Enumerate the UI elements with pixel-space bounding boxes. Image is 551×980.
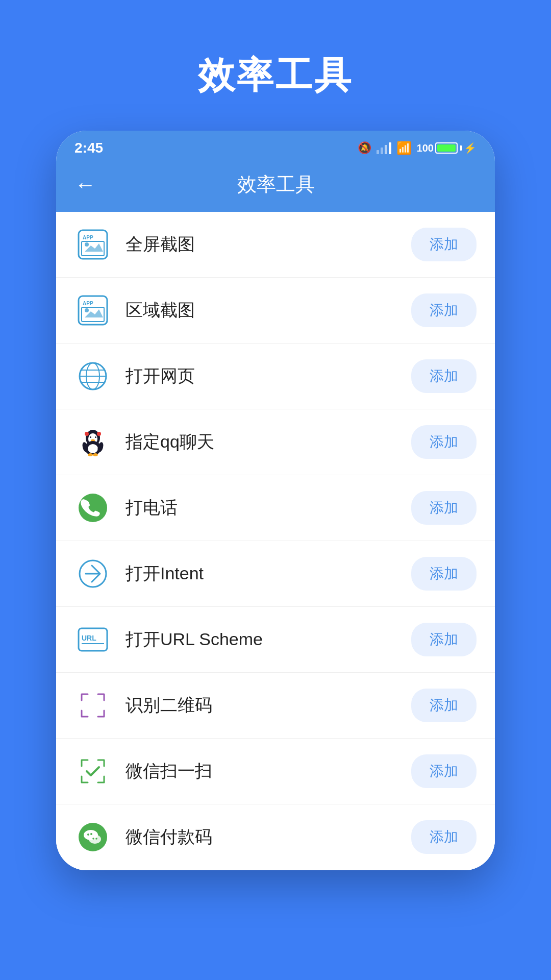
wifi-icon: 📶	[396, 141, 412, 155]
status-bar: 2:45 🔕 📶 100 ⚡	[56, 131, 495, 161]
svg-text:URL: URL	[82, 634, 96, 642]
open-intent-add-button[interactable]: 添加	[411, 557, 477, 591]
svg-point-23	[88, 444, 98, 453]
charging-icon: ⚡	[464, 142, 477, 154]
content-list: APP 全屏截图 添加 APP 区域截图 添加	[56, 212, 495, 870]
list-item: 识别二维码 添加	[56, 673, 495, 739]
battery-level: 100	[417, 142, 434, 154]
svg-point-19	[90, 436, 91, 438]
svg-point-42	[95, 838, 97, 840]
svg-point-38	[89, 835, 101, 844]
list-item: 打开Intent 添加	[56, 541, 495, 607]
qrcode-add-button[interactable]: 添加	[411, 689, 477, 722]
mute-icon: 🔕	[358, 141, 371, 155]
list-item: 指定qq聊天 添加	[56, 409, 495, 475]
url-scheme-label: 打开URL Scheme	[126, 628, 397, 651]
open-webpage-add-button[interactable]: 添加	[411, 359, 477, 393]
status-icons: 🔕 📶 100 ⚡	[358, 141, 477, 155]
svg-point-4	[85, 242, 89, 247]
list-item: 打电话 添加	[56, 475, 495, 541]
phone-call-label: 打电话	[126, 496, 397, 520]
url-scheme-add-button[interactable]: 添加	[411, 623, 477, 656]
wechat-scan-add-button[interactable]: 添加	[411, 754, 477, 788]
wechat-pay-label: 微信付款码	[126, 825, 397, 849]
open-webpage-label: 打开网页	[126, 364, 397, 388]
status-time: 2:45	[74, 140, 103, 156]
url-scheme-icon: URL	[74, 621, 111, 658]
open-webpage-icon	[74, 358, 111, 395]
svg-text:APP: APP	[83, 235, 93, 240]
list-item: APP 区域截图 添加	[56, 278, 495, 344]
area-screenshot-icon: APP	[74, 292, 111, 329]
area-screenshot-label: 区域截图	[126, 299, 397, 322]
svg-point-9	[85, 308, 89, 312]
battery-icon: 100 ⚡	[417, 142, 477, 154]
svg-text:APP: APP	[83, 301, 93, 306]
page-title: 效率工具	[198, 51, 353, 100]
phone-frame: 2:45 🔕 📶 100 ⚡ ← 效率工具	[56, 131, 495, 870]
svg-point-26	[88, 453, 93, 456]
phone-call-add-button[interactable]: 添加	[411, 491, 477, 525]
header-title: 效率工具	[106, 172, 446, 198]
wechat-pay-icon	[74, 819, 111, 855]
qq-chat-icon	[74, 424, 111, 460]
app-header: ← 效率工具	[56, 161, 495, 212]
wechat-pay-add-button[interactable]: 添加	[411, 820, 477, 854]
list-item: URL 打开URL Scheme 添加	[56, 607, 495, 673]
svg-point-28	[85, 432, 89, 436]
list-item: 微信付款码 添加	[56, 804, 495, 870]
area-screenshot-add-button[interactable]: 添加	[411, 293, 477, 327]
svg-point-20	[95, 436, 96, 438]
list-item: 微信扫一扫 添加	[56, 739, 495, 804]
open-intent-label: 打开Intent	[126, 562, 397, 585]
qrcode-label: 识别二维码	[126, 694, 397, 717]
list-item: 打开网页 添加	[56, 344, 495, 409]
svg-point-29	[97, 432, 101, 436]
svg-point-27	[93, 453, 98, 456]
signal-icon	[377, 142, 391, 154]
qrcode-icon	[74, 687, 111, 724]
full-screenshot-add-button[interactable]: 添加	[411, 228, 477, 261]
list-item: APP 全屏截图 添加	[56, 212, 495, 278]
qq-chat-label: 指定qq聊天	[126, 430, 397, 454]
open-intent-icon	[74, 555, 111, 592]
full-screenshot-icon: APP	[74, 226, 111, 263]
phone-call-icon	[74, 489, 111, 526]
full-screenshot-label: 全屏截图	[126, 233, 397, 256]
svg-point-41	[92, 838, 94, 840]
wechat-scan-icon	[74, 753, 111, 790]
svg-point-40	[90, 833, 92, 835]
back-button[interactable]: ←	[74, 174, 96, 195]
qq-chat-add-button[interactable]: 添加	[411, 425, 477, 459]
wechat-scan-label: 微信扫一扫	[126, 760, 397, 783]
svg-point-39	[87, 834, 89, 836]
